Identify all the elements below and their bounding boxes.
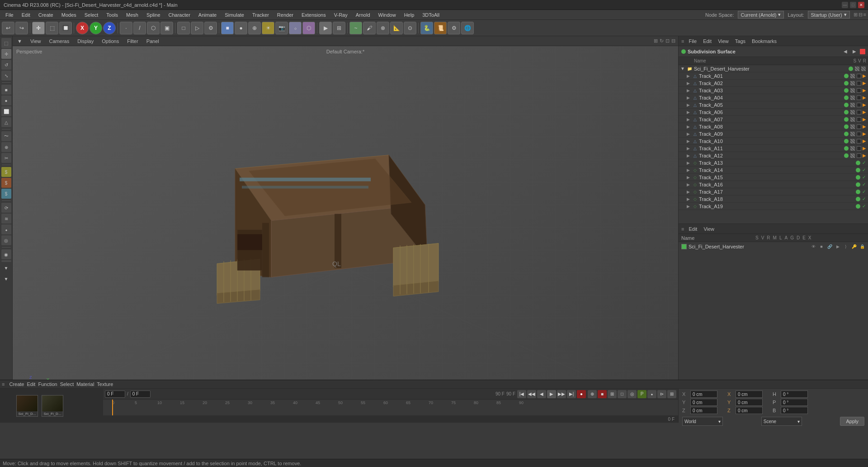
menu-create[interactable]: Create <box>35 11 57 19</box>
om-xp-v10[interactable] <box>850 139 855 143</box>
light-btn[interactable]: ☀ <box>262 22 274 34</box>
om-dot-r10[interactable] <box>857 139 861 143</box>
am-icon-link[interactable]: 🔗 <box>826 243 833 250</box>
om-dot-s5[interactable] <box>844 103 849 107</box>
coord-h-val[interactable] <box>781 391 808 398</box>
material-slot-2[interactable]: Sci_Fi_D... <box>42 395 63 417</box>
left-tool-cone[interactable]: △ <box>1 117 11 127</box>
am-menu-icon[interactable]: ≡ <box>681 226 684 232</box>
am-icon-cube[interactable]: ■ <box>818 243 825 250</box>
om-item-a05[interactable]: ▶ △ Track_A05 ▶ <box>679 101 868 109</box>
om-dot-s0[interactable] <box>849 67 853 71</box>
om-item-a16[interactable]: ▶ ◇ Track_A16 ✓ <box>679 181 868 188</box>
left-tool-dollar3[interactable]: $ <box>1 189 11 199</box>
menu-file[interactable]: File <box>2 11 17 19</box>
cube-btn[interactable]: ■ <box>221 22 234 34</box>
om-expand-btn[interactable]: ▶ <box>851 48 858 55</box>
t-icon7[interactable]: ⬥ <box>647 390 656 398</box>
menu-3dtoall[interactable]: 3DToAll <box>419 11 443 19</box>
viewport-menu-toggle[interactable]: ▼ <box>15 38 24 44</box>
script-btn[interactable]: 📜 <box>434 22 447 34</box>
om-xp-v6[interactable] <box>850 110 855 114</box>
om-dot-s17[interactable] <box>856 190 860 194</box>
viewport-menu-display[interactable]: Display <box>75 38 95 44</box>
om-item-a17[interactable]: ▶ ◇ Track_A17 ✓ <box>679 188 868 195</box>
om-dot-s7[interactable] <box>844 117 849 122</box>
coord-x-size[interactable] <box>736 391 763 398</box>
om-xp-v2[interactable] <box>850 81 855 86</box>
settings-btn[interactable]: ⚙ <box>204 22 217 34</box>
tl-menu-material[interactable]: Material <box>76 381 94 387</box>
t-icon5[interactable]: ◎ <box>627 390 637 398</box>
om-dot-s18[interactable] <box>856 197 860 201</box>
redo-button[interactable]: ↪ <box>15 22 28 34</box>
prev-frame-btn[interactable]: ◀◀ <box>527 390 536 398</box>
layout-icon2[interactable]: ⊟ <box>859 12 863 18</box>
restore-button[interactable]: □ <box>850 2 856 8</box>
tl-menu-create[interactable]: Create <box>9 381 24 387</box>
menu-simulate[interactable]: Simulate <box>221 11 248 19</box>
om-item-a13[interactable]: ▶ ◇ Track_A13 ✓ <box>679 159 868 167</box>
left-tool-hair[interactable]: ≋ <box>1 214 11 224</box>
scale-tool[interactable]: 🔲 <box>59 22 72 34</box>
node-space-dropdown[interactable]: Current (Arnold)▾ <box>738 11 784 19</box>
left-tool-select[interactable]: ⬚ <box>1 38 11 48</box>
z-axis-btn[interactable]: Z <box>103 22 116 34</box>
timeline-ruler[interactable]: 0 5 10 15 20 25 30 35 40 45 50 55 60 65 … <box>103 400 678 415</box>
om-dot-r7[interactable] <box>857 117 861 122</box>
globe-btn[interactable]: 🌐 <box>461 22 474 34</box>
om-dot-r1[interactable] <box>857 74 861 78</box>
point-mode[interactable]: · <box>120 22 132 34</box>
am-menu-view[interactable]: View <box>702 226 716 232</box>
coord-y-pos[interactable] <box>690 399 717 406</box>
move-tool[interactable]: ✛ <box>32 22 45 34</box>
minimize-button[interactable]: — <box>842 2 848 8</box>
om-dot-r5[interactable] <box>857 103 861 107</box>
om-item-a09[interactable]: ▶ △ Track_A09 ▶ <box>679 130 868 138</box>
left-tool-circle[interactable]: ◎ <box>1 235 11 245</box>
render-settings-btn[interactable]: ⊞ <box>333 22 345 34</box>
menu-mesh[interactable]: Mesh <box>123 11 142 19</box>
om-item-a03[interactable]: ▶ △ Track_A03 ▶ <box>679 87 868 94</box>
viewport-icon3[interactable]: ⊡ <box>665 38 670 44</box>
om-dot-r6[interactable] <box>857 110 861 114</box>
viewport-icon4[interactable]: ⊟ <box>671 38 675 44</box>
am-icon-lock[interactable]: 🔒 <box>859 243 865 250</box>
om-dot-r11[interactable] <box>857 146 861 151</box>
left-tool-arrow2[interactable]: ▼ <box>1 274 11 284</box>
frame-offset-input[interactable] <box>130 391 151 398</box>
prev-btn[interactable]: ◀ <box>537 390 546 398</box>
menu-arnold[interactable]: Arnold <box>352 11 374 19</box>
om-item-a14[interactable]: ▶ ◇ Track_A14 ✓ <box>679 167 868 174</box>
sculpt-btn[interactable]: ~ <box>349 22 362 34</box>
tl-menu-texture[interactable]: Texture <box>97 381 113 387</box>
viewport-menu-options[interactable]: Options <box>100 38 121 44</box>
om-xp-v7[interactable] <box>850 117 855 122</box>
scene-dropdown[interactable]: Scene ▾ <box>761 417 802 426</box>
close-button[interactable]: ✕ <box>858 2 864 8</box>
edge-mode[interactable]: / <box>133 22 146 34</box>
goto-start-btn[interactable]: |◀ <box>517 390 526 398</box>
coord-y-size[interactable] <box>736 399 763 406</box>
om-close-btn[interactable] <box>860 49 865 54</box>
world-dropdown[interactable]: World ▾ <box>682 417 723 426</box>
left-tool-checker[interactable]: ⬥ <box>1 224 11 234</box>
menu-animate[interactable]: Animate <box>195 11 220 19</box>
left-tool-dollar2[interactable]: $ <box>1 178 11 188</box>
goto-end-btn[interactable]: ▶| <box>567 390 576 398</box>
model-mode[interactable]: ▣ <box>160 22 173 34</box>
layout-dropdown[interactable]: Startup (User)▾ <box>808 11 850 19</box>
am-row[interactable]: Sci_Fi_Desert_Harvester 👁 ■ 🔗 ▶ ⟩ 🔑 🔒 <box>679 242 868 251</box>
om-dot-s11[interactable] <box>844 146 849 151</box>
record-btn[interactable]: ● <box>577 390 586 398</box>
om-dot-r9[interactable] <box>857 132 861 136</box>
layout-icon3[interactable]: ≡ <box>863 12 866 18</box>
menu-vray[interactable]: V-Ray <box>330 11 351 19</box>
menu-render[interactable]: Render <box>274 11 297 19</box>
om-expand-root[interactable]: ▼ <box>680 66 685 71</box>
om-item-a06[interactable]: ▶ △ Track_A06 ▶ <box>679 109 868 116</box>
om-dot-s8[interactable] <box>844 124 849 129</box>
viewport-menu-view[interactable]: View <box>28 38 43 44</box>
new-scene-btn[interactable]: □ <box>177 22 190 34</box>
viewport-area[interactable]: ▼ View Cameras Display Options Filter Pa… <box>13 36 678 416</box>
